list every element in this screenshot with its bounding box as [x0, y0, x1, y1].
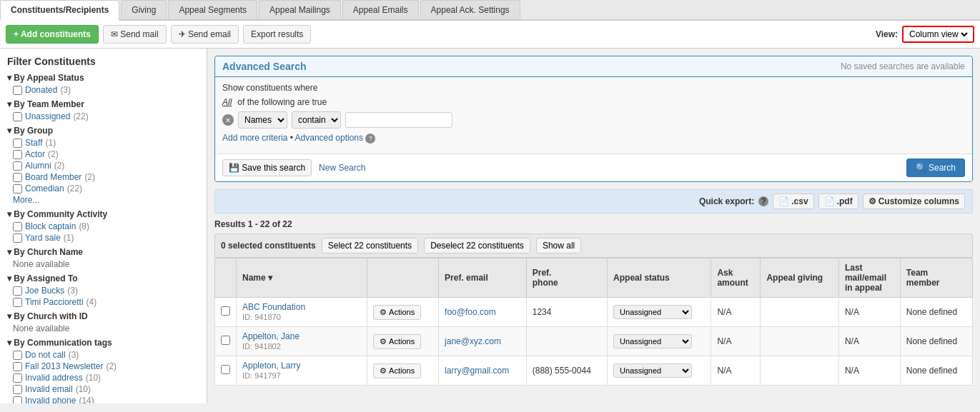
- filter-link-joe-bucks[interactable]: Joe Bucks: [25, 286, 64, 296]
- filter-checkbox-invalid-address[interactable]: [13, 373, 22, 383]
- filter-checkbox-donated[interactable]: [13, 86, 22, 95]
- filter-checkbox-board-member[interactable]: [13, 173, 22, 182]
- filter-checkbox-invalid-phone[interactable]: [13, 396, 22, 404]
- filter-link-board-member[interactable]: Board Member: [25, 172, 81, 182]
- filter-link-unassigned[interactable]: Unassigned: [25, 111, 70, 121]
- row3-appeal-giving: [761, 356, 838, 386]
- th-name[interactable]: Name ▾: [237, 258, 367, 298]
- filter-link-alumni[interactable]: Alumni: [25, 161, 51, 171]
- filter-section-comm-tags: ▾ By Communication tags Do not call (3) …: [7, 338, 199, 403]
- tab-constituents[interactable]: Constituents/Recipients: [0, 0, 119, 21]
- filter-checkbox-invalid-email[interactable]: [13, 385, 22, 394]
- filter-count-joe-bucks: (3): [67, 286, 78, 296]
- row2-appeal-giving: [761, 327, 838, 356]
- filter-header-group: ▾ By Group: [7, 126, 199, 136]
- row1-checkbox[interactable]: [221, 306, 230, 316]
- filter-link-donated[interactable]: Donated: [25, 85, 57, 95]
- results-selection-bar: 0 selected constituents Select 22 consti…: [214, 233, 973, 258]
- tab-appeal-emails[interactable]: Appeal Emails: [342, 0, 419, 19]
- view-select[interactable]: Column view: [906, 29, 970, 40]
- filter-section-church-id: ▾ By Church with ID None available: [7, 311, 199, 333]
- filter-checkbox-alumni[interactable]: [13, 161, 22, 171]
- row3-name-link[interactable]: Appleton, Larry: [242, 361, 300, 371]
- gear-icon: ⚙: [380, 366, 387, 376]
- row3-checkbox-cell: [215, 356, 237, 386]
- select-all-button[interactable]: Select 22 constituents: [322, 238, 418, 253]
- filter-checkbox-yard-sale[interactable]: [13, 233, 22, 243]
- row2-status-select[interactable]: Unassigned: [613, 334, 692, 348]
- filter-link-fall-newsletter[interactable]: Fall 2013 Newsletter: [25, 361, 103, 371]
- filter-checkbox-block-captain[interactable]: [13, 222, 22, 231]
- send-mail-button[interactable]: ✉ Send mail: [103, 25, 167, 44]
- filter-link-actor[interactable]: Actor: [25, 149, 45, 159]
- export-results-button[interactable]: Export results: [243, 25, 311, 44]
- row2-actions-button[interactable]: ⚙ Actions: [373, 334, 421, 349]
- filter-link-comedian[interactable]: Comedian: [25, 184, 64, 194]
- add-criteria-link[interactable]: Add more criteria: [222, 133, 287, 143]
- save-search-button[interactable]: 💾 Save this search: [222, 159, 312, 176]
- row2-checkbox[interactable]: [221, 336, 230, 345]
- table-row: Appleton, Larry ID: 941797 ⚙ Actions lar…: [215, 356, 973, 386]
- filter-item-do-not-call: Do not call (3): [7, 350, 199, 360]
- criteria-value-input[interactable]: [345, 112, 452, 128]
- search-button[interactable]: 🔍 Search: [906, 159, 965, 177]
- advanced-search-footer: 💾 Save this search New Search 🔍 Search: [215, 154, 972, 181]
- tab-giving[interactable]: Giving: [121, 0, 167, 19]
- criteria-operator-select[interactable]: contain: [292, 111, 341, 129]
- new-search-button[interactable]: New Search: [319, 163, 365, 173]
- tab-appeal-mailings[interactable]: Appeal Mailings: [259, 0, 341, 19]
- row1-email-link[interactable]: foo@foo.com: [445, 307, 496, 317]
- tab-appeal-segments[interactable]: Appeal Segments: [168, 0, 257, 19]
- filter-checkbox-actor[interactable]: [13, 150, 22, 159]
- row2-email-link[interactable]: jane@xyz.com: [445, 336, 501, 346]
- filter-link-do-not-call[interactable]: Do not call: [25, 350, 66, 360]
- csv-export-button[interactable]: 📄 .csv: [773, 194, 813, 209]
- row3-email-link[interactable]: larry@gmail.com: [445, 366, 509, 376]
- filter-link-block-captain[interactable]: Block captain: [25, 221, 76, 231]
- filter-checkbox-timi[interactable]: [13, 298, 22, 307]
- filter-checkbox-unassigned[interactable]: [13, 112, 22, 121]
- filter-checkbox-fall-newsletter[interactable]: [13, 362, 22, 371]
- row2-checkbox-cell: [215, 327, 237, 356]
- save-search-label: Save this search: [242, 163, 305, 173]
- filter-link-timi[interactable]: Timi Paccioretti: [25, 297, 84, 307]
- pdf-export-button[interactable]: 📄 .pdf: [818, 194, 858, 209]
- filter-checkbox-staff[interactable]: [13, 139, 22, 148]
- advanced-options-link[interactable]: Advanced options: [295, 133, 363, 143]
- remove-criteria-button[interactable]: ✕: [222, 114, 234, 126]
- send-email-button[interactable]: ✈ Send email: [171, 25, 239, 44]
- filter-link-invalid-phone[interactable]: Invalid phone: [25, 396, 76, 403]
- gear-icon: ⚙: [380, 308, 387, 317]
- table-row: ABC Foundation ID: 941870 ⚙ Actions foo@…: [215, 298, 973, 327]
- row3-actions-button[interactable]: ⚙ Actions: [373, 363, 421, 378]
- row1-status-select[interactable]: Unassigned: [613, 305, 692, 319]
- row1-name-link[interactable]: ABC Foundation: [242, 302, 305, 312]
- filter-link-invalid-address[interactable]: Invalid address: [25, 373, 83, 383]
- filter-link-invalid-email[interactable]: Invalid email: [25, 384, 73, 394]
- filter-section-appeal-status: ▾ By Appeal Status Donated (3): [7, 73, 199, 95]
- row3-status-select[interactable]: Unassigned: [613, 363, 692, 378]
- filter-item-yard-sale: Yard sale (1): [7, 233, 199, 243]
- row1-actions-button[interactable]: ⚙ Actions: [373, 305, 421, 320]
- quick-export-help-icon[interactable]: ?: [758, 196, 768, 206]
- row2-name-link[interactable]: Appelton, Jane: [242, 331, 300, 341]
- filter-checkbox-do-not-call[interactable]: [13, 351, 22, 360]
- row1-status-cell: Unassigned: [608, 298, 711, 327]
- tab-appeal-ack[interactable]: Appeal Ack. Settings: [420, 0, 520, 19]
- customize-columns-button[interactable]: ⚙ Customize columns: [863, 194, 965, 209]
- add-constituents-button[interactable]: + Add constituents: [6, 25, 99, 44]
- show-all-button[interactable]: Show all: [536, 238, 581, 253]
- criteria-field-select[interactable]: Names: [238, 111, 287, 129]
- filter-checkbox-joe-bucks[interactable]: [13, 286, 22, 296]
- filter-checkbox-comedian[interactable]: [13, 184, 22, 194]
- row3-checkbox[interactable]: [221, 365, 230, 374]
- all-true-label[interactable]: All: [222, 97, 232, 107]
- filter-link-staff[interactable]: Staff: [25, 138, 42, 148]
- pdf-icon: 📄: [824, 196, 835, 206]
- filter-link-yard-sale[interactable]: Yard sale: [25, 233, 61, 243]
- help-icon[interactable]: ?: [365, 134, 375, 144]
- deselect-all-button[interactable]: Deselect 22 constituents: [424, 238, 530, 253]
- filter-more-group[interactable]: More...: [7, 195, 199, 205]
- dot-separator: •: [290, 133, 295, 143]
- row1-actions-cell: ⚙ Actions: [367, 298, 439, 327]
